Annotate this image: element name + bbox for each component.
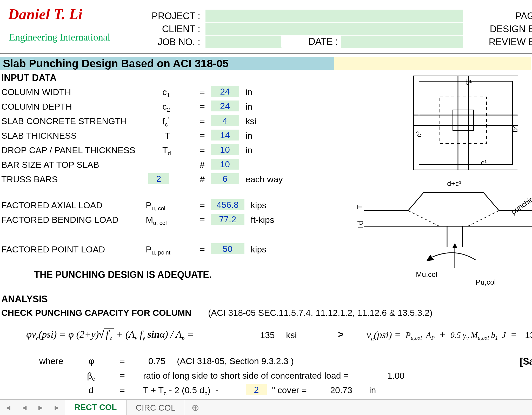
jobno-field[interactable] (205, 36, 282, 48)
sheet-title: Slab Punching Design Based on ACI 318-05 (3, 57, 229, 70)
where-cell-cover[interactable]: 2 (246, 384, 267, 395)
where-txt-1: ratio of long side to short side of conc… (143, 371, 349, 381)
in-label-6: TRUSS BARS (1, 174, 58, 184)
in-val-4[interactable]: 10 (211, 144, 239, 155)
tab-circ-col[interactable]: CIRC COL (127, 400, 185, 415)
load-unit-2: kips (251, 244, 266, 255)
in-val-5[interactable]: 10 (211, 159, 239, 170)
load-val-2[interactable]: 50 (211, 243, 244, 254)
nav-first-icon[interactable]: ◄ (4, 404, 12, 412)
nav-prev-icon[interactable]: ◄ (21, 404, 28, 412)
load-label-2: FACTORED POINT LOAD (1, 244, 105, 255)
formula-cmp: > (338, 329, 343, 340)
header-block: Daniel T. Li Engineering International P… (0, 0, 532, 52)
in-eq-0: = (200, 87, 205, 97)
svg-rect-2 (440, 97, 487, 144)
logo-subtitle: Engineering International (9, 31, 110, 43)
load-val-1[interactable]: 77.2 (211, 214, 244, 225)
in-unit-1: in (245, 102, 252, 112)
in-unit-6: each way (245, 174, 283, 184)
in-val-6[interactable]: 6 (211, 173, 239, 184)
satisfactory: [Satisfactory] (520, 356, 532, 367)
label-client: CLIENT : (122, 24, 200, 35)
label-date: DATE : (281, 36, 341, 48)
formula-rhs: vu(psi) = Pu,colAP + 0.5 γv Mu,col b1J = (367, 329, 517, 342)
label-project: PROJECT : (122, 11, 200, 22)
in-label-4: DROP CAP / PANEL THICKNESS (1, 145, 135, 155)
where-sym-0: φ (89, 356, 94, 366)
load-sym-0: Pu, col (146, 200, 165, 212)
client-field[interactable] (205, 23, 463, 35)
where-unit-2: in (369, 385, 376, 395)
in-eq-4: = (200, 145, 205, 155)
where-val-0: 0.75 (148, 356, 165, 366)
load-label-1: FACTORED BENDING LOAD (1, 215, 118, 225)
formula-u1: ksi (286, 330, 297, 340)
in-sym-0: c1 (162, 87, 170, 99)
logo-name: Daniel T. Li (8, 5, 82, 23)
diagram-plan (413, 76, 518, 170)
plan-c2: c² (415, 131, 423, 137)
where-sym-1: βc (87, 371, 95, 382)
load-sym-2: Pu, point (146, 244, 170, 256)
sec-Td: Td (356, 221, 364, 230)
label-page: PAGE : (452, 11, 532, 22)
tab-add-button[interactable]: ⊕ (185, 400, 206, 415)
in-label-5: BAR SIZE AT TOP SLAB (1, 160, 99, 170)
verdict: THE PUNCHING DESIGN IS ADEQUATE. (34, 269, 212, 280)
in-val-0[interactable]: 24 (211, 86, 239, 97)
svg-rect-1 (453, 110, 474, 131)
in-sym-2: fc' (162, 116, 169, 128)
in-val-3[interactable]: 14 (211, 130, 239, 140)
in-unit-2: ksi (245, 116, 256, 126)
in-eq-2: = (200, 116, 205, 126)
svg-rect-0 (419, 81, 513, 164)
date-field[interactable] (341, 36, 463, 48)
label-jobno: JOB NO. : (122, 37, 200, 48)
plan-b1: b¹ (465, 78, 472, 86)
load-sym-1: Mu, col (146, 215, 167, 226)
tab-rect-col[interactable]: RECT COL (65, 400, 127, 415)
sec-mu-col: Mu,col (416, 270, 437, 279)
nav-next-icon[interactable]: ► (37, 404, 44, 412)
in-hash-5: # (200, 160, 205, 170)
where-txt-2a: T + Tc - 2 (0.5 db) - (143, 385, 218, 397)
in-val-2[interactable]: 4 (211, 115, 239, 126)
in-hash-6: # (200, 174, 205, 184)
sec-pu-col: Pu,col (476, 278, 496, 286)
check-header: CHECK PUNCHING CAPACITY FOR COLUMN (1, 308, 191, 318)
in-val-1[interactable]: 24 (211, 101, 239, 111)
formula-lhs: φvc(psi) = φ (2+y)√f'c + (Av fy sinα) / … (26, 328, 194, 342)
load-unit-1: ft-kips (251, 215, 274, 225)
label-design: DESIGN BY : (452, 24, 532, 35)
load-label-0: FACTORED AXIAL LOAD (1, 200, 102, 210)
diagram-section (354, 182, 532, 281)
tab-nav-arrows[interactable]: ◄ ◄ ► ► (0, 400, 65, 415)
in-label-1: COLUMN DEPTH (1, 102, 72, 112)
in-sym-1: c2 (162, 102, 170, 113)
formula-val1: 135 (260, 330, 275, 340)
where-val-2: 20.73 (330, 385, 352, 395)
in-label-0: COLUMN WIDTH (1, 87, 71, 97)
where-txt-2b: " cover = (272, 385, 307, 395)
formula-val2: 130 (525, 330, 532, 340)
nav-last-icon[interactable]: ► (53, 404, 61, 412)
in-label-3: SLAB THICKNESS (1, 131, 77, 141)
in-preval-6[interactable]: 2 (148, 173, 169, 184)
in-sym-4: Td (162, 145, 171, 157)
load-val-0[interactable]: 456.8 (211, 199, 244, 210)
sec-dc: d+c¹ (447, 179, 461, 188)
title-bg-yellow (334, 57, 531, 70)
in-eq-1: = (200, 102, 205, 112)
section-input: INPUT DATA (1, 72, 57, 83)
label-review: REVIEW BY : (452, 37, 532, 48)
sec-T: T (356, 205, 364, 209)
svg-marker-13 (452, 243, 457, 248)
in-label-2: SLAB CONCRETE STRENGTH (1, 116, 127, 126)
plan-b2: b² (511, 126, 519, 132)
where-sym-2: d (89, 385, 94, 395)
check-ref: (ACI 318-05 SEC.11.5.7.4, 11.12.1.2, 11.… (208, 308, 433, 318)
project-field[interactable] (205, 10, 463, 22)
sheet-tab-bar: ◄ ◄ ► ► RECT COL CIRC COL ⊕ (0, 399, 532, 415)
worksheet: Daniel T. Li Engineering International P… (0, 0, 532, 399)
